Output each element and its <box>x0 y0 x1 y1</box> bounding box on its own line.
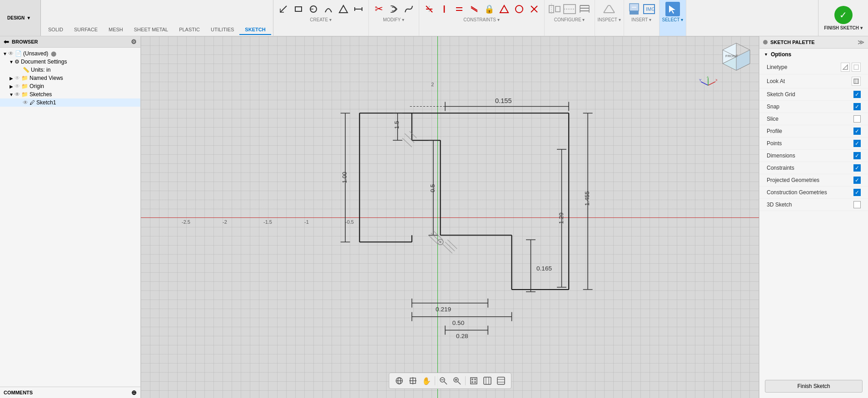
construction-checkbox[interactable]: ✓ <box>853 189 861 196</box>
tab-surface[interactable]: SURFACE <box>69 25 103 35</box>
palette-finish-sketch-button[interactable]: Finish Sketch <box>765 380 863 393</box>
toggle-sketches[interactable]: ▼ <box>8 92 15 97</box>
configure-icon2[interactable] <box>562 2 577 16</box>
svg-marker-16 <box>500 5 508 13</box>
finish-sketch-button[interactable]: ✓ FINISH SKETCH ▾ <box>818 0 868 36</box>
tab-plastic[interactable]: PLASTIC <box>174 25 205 35</box>
toggle-origin[interactable]: ▶ <box>8 84 15 89</box>
3d-sketch-checkbox[interactable] <box>853 201 861 208</box>
pan-icon[interactable] <box>407 374 419 387</box>
configure-label[interactable]: CONFIGURE ▾ <box>554 17 585 22</box>
eye-icon-sketches[interactable]: 👁 <box>15 91 20 98</box>
toggle-doc-settings[interactable]: ▼ <box>8 59 15 64</box>
equal-constraint[interactable] <box>452 2 466 16</box>
insert-label[interactable]: INSERT ▾ <box>631 17 651 22</box>
configure-icon1[interactable] <box>547 2 562 16</box>
circle-constraint[interactable] <box>512 2 526 16</box>
tab-sheet-metal[interactable]: SHEET METAL <box>129 25 174 35</box>
parallel-constraint[interactable] <box>467 2 481 16</box>
lookat-icon[interactable] <box>852 77 861 86</box>
cross-constraint[interactable] <box>527 2 541 16</box>
display-mode-icon[interactable] <box>467 374 480 387</box>
zoom-icon[interactable] <box>451 374 463 387</box>
palette-options-header[interactable]: ▼ Options <box>759 49 868 60</box>
record-icon[interactable]: ⬤ <box>51 51 56 57</box>
svg-rect-141 <box>854 79 858 84</box>
modify-label[interactable]: MODIFY ▾ <box>383 17 404 22</box>
offset-tool[interactable] <box>387 2 401 16</box>
configure-icon3[interactable] <box>577 2 592 16</box>
vertical-line[interactable] <box>437 2 451 16</box>
arc-tool[interactable] <box>321 2 336 16</box>
dimension-tool[interactable] <box>351 2 366 16</box>
hand-pan-icon[interactable]: ✋ <box>420 374 433 387</box>
browser-back-icon[interactable]: ⬅ <box>4 38 9 45</box>
svg-text:0.165: 0.165 <box>536 265 552 272</box>
eye-icon-origin[interactable]: 👁 <box>15 83 20 89</box>
constraints-checkbox[interactable]: ✓ <box>853 164 861 172</box>
design-button[interactable]: DESIGN ▼ <box>0 0 41 36</box>
toggle-named-views[interactable]: ▶ <box>8 76 15 81</box>
svg-text:Y: Y <box>699 78 702 82</box>
tab-utilities[interactable]: UTILITIES <box>205 25 239 35</box>
eye-icon-named-views[interactable]: 👁 <box>15 75 20 81</box>
insert-icon1[interactable] <box>627 2 641 16</box>
dimensions-checkbox[interactable]: ✓ <box>853 152 861 159</box>
linetype-icon2[interactable] <box>852 63 861 72</box>
browser-settings-icon[interactable]: ⚙ <box>131 38 137 45</box>
orbit-icon[interactable] <box>393 374 406 387</box>
tree-item-named-views[interactable]: ▶ 👁 📁 Named Views <box>0 74 140 82</box>
line-tool[interactable] <box>276 2 291 16</box>
tab-solid[interactable]: SOLID <box>43 25 69 35</box>
grid-options-icon[interactable] <box>495 374 507 387</box>
view-options-icon[interactable] <box>481 374 494 387</box>
eye-icon-sketch1[interactable]: 👁 <box>23 99 28 106</box>
construction-label: Construction Geometries <box>767 189 827 196</box>
profile-checkbox[interactable]: ✓ <box>853 128 861 135</box>
canvas-area[interactable]: -2.5 -2 -1.5 -1 -0.5 2 <box>141 36 759 398</box>
tab-sketch[interactable]: SKETCH <box>239 25 271 35</box>
polygon-tool[interactable] <box>336 2 351 16</box>
insert-icon2[interactable]: IMG <box>642 2 656 16</box>
hatch-tool[interactable] <box>422 2 436 16</box>
palette-expand-icon[interactable]: ≫ <box>858 39 864 46</box>
sketch-grid-checkbox[interactable]: ✓ <box>853 91 861 98</box>
palette-header-left: SKETCH PALETTE <box>763 39 815 45</box>
circle-tool[interactable] <box>306 2 321 16</box>
rectangle-tool[interactable] <box>291 2 306 16</box>
select-arrow[interactable] <box>665 2 680 16</box>
view-cube[interactable]: FRONT <box>718 41 754 77</box>
svg-text:0.5: 0.5 <box>429 184 436 192</box>
constraints-label[interactable]: CONSTRAINTS ▾ <box>463 17 499 22</box>
3d-sketch-label: 3D Sketch <box>767 201 792 208</box>
tree-item-sketches[interactable]: ▼ 👁 📁 Sketches <box>0 90 140 98</box>
eye-icon-unsaved[interactable]: 👁 <box>8 50 14 57</box>
inspect-label[interactable]: INSPECT ▾ <box>598 17 621 22</box>
tree-item-units: ▶ 📏 Units: in <box>0 66 140 74</box>
slice-checkbox[interactable] <box>853 115 861 123</box>
select-label[interactable]: SELECT ▾ <box>662 17 684 22</box>
tab-mesh[interactable]: MESH <box>103 25 129 35</box>
lock-constraint[interactable]: 🔒 <box>482 2 496 16</box>
svg-marker-35 <box>630 11 639 15</box>
spline-tool[interactable] <box>402 2 416 16</box>
tree-item-doc-settings[interactable]: ▼ ⚙ Document Settings <box>0 58 140 66</box>
triangle-constraint[interactable] <box>497 2 511 16</box>
toggle-unsaved[interactable]: ▼ <box>2 51 8 56</box>
snap-checkbox[interactable]: ✓ <box>853 103 861 110</box>
tree-item-origin[interactable]: ▶ 👁 📁 Origin <box>0 82 140 90</box>
points-checkbox[interactable]: ✓ <box>853 140 861 147</box>
palette-header: SKETCH PALETTE ≫ <box>759 36 868 49</box>
tree-item-unsaved[interactable]: ▼ 👁 📄 (Unsaved) ⬤ <box>0 49 140 58</box>
comments-add-icon[interactable]: ⊕ <box>131 389 137 396</box>
inspect-icon[interactable] <box>602 2 616 16</box>
sketches-label: Sketches <box>30 91 52 98</box>
palette-row-slice: Slice <box>759 113 868 125</box>
trim-tool[interactable]: ✂ <box>372 2 386 16</box>
zoom-fit-icon[interactable] <box>437 374 450 387</box>
svg-line-122 <box>444 382 447 384</box>
tree-item-sketch1[interactable]: ▶ 👁 🖊 Sketch1 <box>0 98 140 107</box>
projected-checkbox[interactable]: ✓ <box>853 177 861 184</box>
create-label[interactable]: CREATE ▾ <box>310 17 332 22</box>
linetype-icon1[interactable] <box>841 63 850 72</box>
